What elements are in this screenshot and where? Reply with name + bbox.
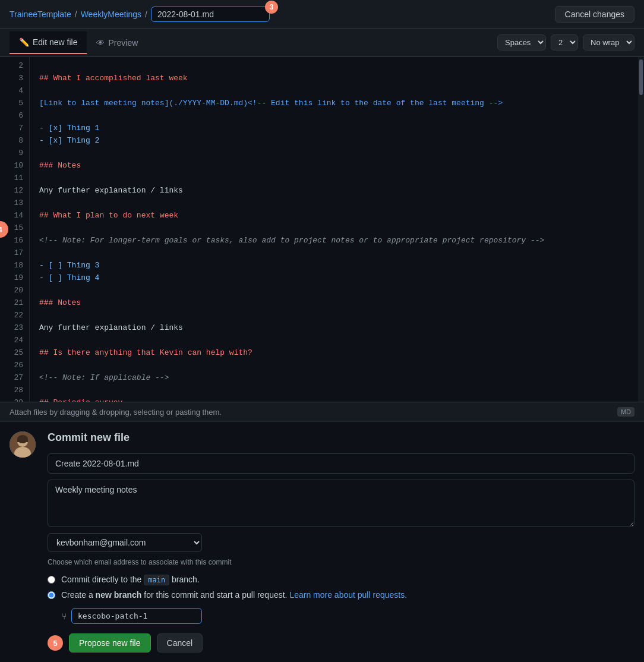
code-line: Any further explanation / links: [30, 321, 638, 334]
code-line: [30, 359, 638, 371]
code-line: [30, 109, 638, 122]
code-line: - [ ] Thing 4: [30, 272, 638, 284]
line-number: 5: [0, 97, 29, 109]
code-line: <!-- Note: For longer-term goals or task…: [30, 234, 638, 247]
scrollbar-thumb[interactable]: [639, 59, 643, 95]
commit-title: Commit new file: [48, 431, 634, 444]
commit-description-textarea[interactable]: Weekly meeting notes: [48, 480, 634, 527]
code-line: [30, 172, 638, 184]
code-line: ## What I accomplished last week: [30, 72, 638, 84]
line-number: 10: [0, 159, 29, 172]
branch-input-wrapper: ⑂: [62, 608, 634, 624]
code-line: [30, 197, 638, 209]
code-line: ### Notes: [30, 159, 638, 172]
svg-rect-7: [17, 439, 28, 442]
commit-section: Commit new file Weekly meeting notes kev…: [0, 421, 644, 662]
radio-new-branch-label: Create a new branch for this commit and …: [61, 590, 407, 600]
indent-select[interactable]: 2: [551, 34, 578, 51]
spaces-select[interactable]: Spaces: [497, 34, 546, 51]
commit-form: Commit new file Weekly meeting notes kev…: [48, 431, 634, 652]
code-line: - [ ] Thing 3: [30, 259, 638, 272]
code-line: [30, 222, 638, 234]
repo-link[interactable]: TraineeTemplate: [10, 10, 71, 19]
branch-icon: ⑂: [62, 611, 67, 621]
tab-preview-label: Preview: [108, 38, 138, 48]
badge-5: 5: [48, 635, 63, 651]
propose-new-file-button[interactable]: Propose new file: [69, 633, 151, 652]
action-buttons: 5 Propose new file Cancel: [48, 633, 634, 652]
code-line: [30, 59, 638, 72]
line-number: 13: [0, 197, 29, 209]
code-line: [30, 334, 638, 346]
branch-main-badge: main: [144, 575, 169, 585]
line-number: 24: [0, 334, 29, 346]
attach-text: Attach files by dragging & dropping, sel…: [10, 408, 222, 417]
radio-option-2: Create a new branch for this commit and …: [48, 590, 634, 600]
editor-container[interactable]: 2345678910111213141516171819202122232425…: [0, 57, 644, 402]
code-line: [30, 284, 638, 297]
line-number: 17: [0, 247, 29, 259]
code-line: - [x] Thing 2: [30, 134, 638, 147]
sep2: /: [145, 10, 147, 19]
email-row: kevbonham@gmail.com: [48, 533, 634, 552]
line-number: 19: [0, 272, 29, 284]
radio-direct[interactable]: [48, 576, 55, 584]
cancel-commit-button[interactable]: Cancel: [157, 633, 203, 652]
line-number: 23: [0, 321, 29, 334]
filename-input[interactable]: [151, 7, 270, 22]
line-number: 2: [0, 59, 29, 72]
code-line: [Link to last meeting notes](./YYYY-MM-D…: [30, 97, 638, 109]
line-number: 9: [0, 147, 29, 159]
code-line: - [x] Thing 1: [30, 122, 638, 134]
scrollbar-track[interactable]: [638, 57, 644, 402]
editor-content[interactable]: ## What I accomplished last week [Link t…: [30, 57, 638, 402]
line-number: 3: [0, 72, 29, 84]
branch-name-input[interactable]: [71, 608, 202, 624]
code-line: ## What I plan to do next week: [30, 209, 638, 222]
wrap-select[interactable]: No wrap: [583, 34, 634, 51]
top-nav: TraineeTemplate / WeeklyMeetings / 3 Can…: [0, 0, 644, 29]
toolbar-options: Spaces 2 No wrap: [497, 34, 634, 51]
line-number: 28: [0, 384, 29, 396]
line-number: 14: [0, 209, 29, 222]
branch-options: Commit directly to the main branch. Crea…: [48, 575, 634, 624]
tab-edit-label: Edit new file: [33, 37, 77, 47]
attach-bar: Attach files by dragging & dropping, sel…: [0, 402, 644, 421]
line-number: 12: [0, 184, 29, 197]
tab-edit[interactable]: ✏️ Edit new file: [10, 31, 87, 54]
code-line: [30, 384, 638, 396]
code-line: Any further explanation / links: [30, 184, 638, 197]
code-line: [30, 147, 638, 159]
code-line: ## Is there anything that Kevin can help…: [30, 346, 638, 359]
sep1: /: [75, 10, 77, 19]
breadcrumb: TraineeTemplate / WeeklyMeetings / 3: [10, 7, 270, 22]
radio-direct-label: Commit directly to the main branch.: [61, 575, 200, 584]
line-number: 8: [0, 134, 29, 147]
code-line: [30, 247, 638, 259]
commit-section-wrapper: Commit new file Weekly meeting notes kev…: [0, 421, 644, 662]
commit-message-input[interactable]: [48, 453, 634, 474]
code-line: [30, 84, 638, 97]
tab-preview[interactable]: 👁 Preview: [87, 32, 147, 53]
cancel-changes-button[interactable]: Cancel changes: [555, 6, 634, 23]
code-line: ### Notes: [30, 297, 638, 309]
org-link[interactable]: WeeklyMeetings: [81, 10, 141, 19]
line-number: 6: [0, 109, 29, 122]
editor-tabs: ✏️ Edit new file 👁 Preview Spaces 2 No w…: [0, 29, 644, 57]
line-number: 22: [0, 309, 29, 321]
line-number: 26: [0, 359, 29, 371]
email-hint: Choose which email address to associate …: [48, 558, 634, 566]
avatar: [10, 431, 36, 458]
badge-3: 3: [265, 1, 278, 14]
radio-new-branch[interactable]: [48, 591, 55, 599]
email-select[interactable]: kevbonham@gmail.com: [48, 533, 202, 552]
code-line: <!-- Note: If applicable -->: [30, 371, 638, 384]
learn-more-link[interactable]: Learn more about pull requests.: [289, 590, 407, 600]
filename-input-wrapper: 3: [151, 7, 270, 22]
line-number: 25: [0, 346, 29, 359]
line-number: 18: [0, 259, 29, 272]
code-line: [30, 309, 638, 321]
preview-icon: 👁: [96, 38, 105, 48]
line-number: 29: [0, 396, 29, 402]
radio-option-1: Commit directly to the main branch.: [48, 575, 634, 584]
